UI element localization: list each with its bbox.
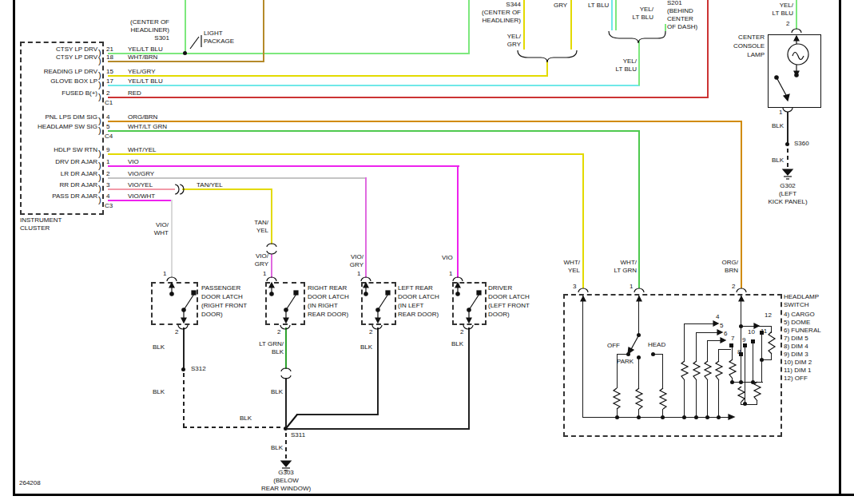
diagram-glyphs <box>0 0 854 504</box>
latch-switch-glyphs <box>169 283 481 323</box>
brace-s344 <box>518 50 577 62</box>
inline-connector-icon <box>267 244 276 254</box>
ground-g303-icon <box>281 461 291 470</box>
wiring-diagram-page: 264208 INSTRUMENT CLUSTER CTSY LP DRV CT… <box>0 0 854 504</box>
inline-connector-icon <box>175 185 184 194</box>
pin-arcs <box>167 29 801 329</box>
s311-diagonal <box>287 415 297 427</box>
brace-s201 <box>609 24 665 43</box>
headlamp-switch-glyphs <box>581 296 775 419</box>
ground-g302-icon <box>783 169 792 179</box>
light-package-arrows <box>190 35 201 49</box>
inline-connector-icon <box>281 368 291 379</box>
console-lamp-glyphs <box>775 36 808 101</box>
